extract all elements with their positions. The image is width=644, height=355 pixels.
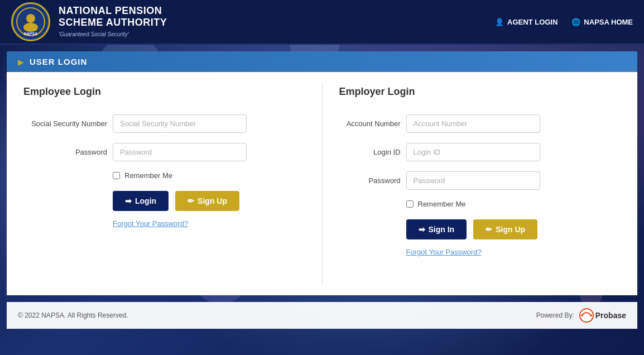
svg-point-6: [590, 314, 592, 316]
org-title-line2: SCHEME AUTHORITY: [59, 17, 167, 28]
probase-icon: [579, 308, 594, 323]
agent-login-link[interactable]: 👤 AGENT LOGIN: [495, 18, 558, 26]
ssn-label: Social Security Number: [23, 119, 107, 128]
header-left: NAPSA NATIONAL PENSION SCHEME AUTHORITY …: [11, 2, 167, 41]
employee-signup-button[interactable]: ✏ Sign Up: [175, 191, 239, 211]
header-right: 👤 AGENT LOGIN 🌐 NAPSA HOME: [495, 18, 633, 26]
login-id-input[interactable]: [406, 143, 540, 161]
employee-password-group: Password: [23, 143, 305, 161]
copyright: © 2022 NAPSA. All Rights Reserved.: [18, 311, 128, 319]
employer-password-label: Password: [339, 176, 401, 185]
ssn-input[interactable]: [113, 114, 247, 133]
svg-point-2: [23, 23, 38, 32]
employee-remember-label: Remember Me: [124, 171, 172, 180]
signin-label: Sign In: [429, 225, 455, 234]
signin-icon: ➡: [419, 225, 425, 234]
org-name: NATIONAL PENSION SCHEME AUTHORITY 'Guara…: [59, 5, 167, 39]
svg-point-5: [581, 314, 583, 316]
banner-title: USER LOGIN: [30, 57, 87, 66]
employer-signup-label: Sign Up: [496, 225, 525, 234]
employee-btn-group: ➡ Login ✏ Sign Up: [113, 191, 305, 211]
employer-remember-label: Remember Me: [418, 200, 466, 208]
employer-password-group: Password: [339, 171, 621, 190]
banner-icon: ▶: [18, 57, 24, 66]
main-content: Employee Login Social Security Number Pa…: [7, 72, 637, 295]
employer-password-input[interactable]: [406, 171, 540, 190]
employee-login-panel: Employee Login Social Security Number Pa…: [7, 72, 322, 295]
footer-right: Powered By: Probase: [536, 308, 626, 323]
org-title-line1: NATIONAL PENSION: [59, 5, 167, 17]
employer-forgot-password[interactable]: Forgot Your Password?: [406, 248, 621, 256]
login-id-group: Login ID: [339, 143, 621, 161]
agent-login-label: AGENT LOGIN: [507, 18, 558, 26]
employer-remember-checkbox[interactable]: [406, 200, 414, 208]
login-id-label: Login ID: [339, 148, 401, 156]
employee-forgot-password[interactable]: Forgot Your Password?: [113, 219, 305, 228]
napsa-home-label: NAPSA HOME: [584, 18, 633, 26]
napsa-home-link[interactable]: 🌐 NAPSA HOME: [571, 18, 633, 26]
footer: © 2022 NAPSA. All Rights Reserved. Power…: [7, 302, 637, 329]
powered-by-label: Powered By:: [536, 311, 574, 319]
probase-brand: Probase: [595, 311, 626, 320]
logo: NAPSA: [11, 2, 50, 41]
globe-icon: 🌐: [571, 18, 580, 26]
employee-remember-checkbox[interactable]: [113, 172, 120, 179]
employer-signin-button[interactable]: ➡ Sign In: [406, 219, 467, 239]
employee-password-label: Password: [23, 148, 107, 156]
agent-icon: 👤: [495, 18, 504, 26]
svg-text:NAPSA: NAPSA: [24, 32, 38, 36]
login-icon: ➡: [125, 196, 132, 205]
employee-login-button[interactable]: ➡ Login: [113, 191, 169, 211]
login-label: Login: [135, 196, 156, 205]
header: NAPSA NATIONAL PENSION SCHEME AUTHORITY …: [0, 0, 644, 45]
employee-password-input[interactable]: [113, 143, 247, 161]
employer-signup-icon: ✏: [486, 225, 492, 234]
signup-icon: ✏: [188, 196, 194, 205]
ssn-group: Social Security Number: [23, 114, 305, 133]
employee-remember-me-group: Remember Me: [113, 171, 305, 180]
org-tagline: 'Guaranteed Social Security': [59, 31, 129, 37]
account-number-group: Account Number: [339, 114, 621, 133]
employer-signup-button[interactable]: ✏ Sign Up: [473, 219, 537, 239]
user-login-banner: ▶ USER LOGIN: [7, 51, 637, 72]
employer-login-panel: Employer Login Account Number Login ID P…: [323, 72, 638, 295]
employee-panel-title: Employee Login: [23, 86, 305, 98]
logo-icon: NAPSA: [16, 7, 45, 36]
probase-logo: Probase: [579, 308, 626, 323]
employer-panel-title: Employer Login: [339, 86, 621, 98]
account-number-input[interactable]: [406, 114, 540, 133]
svg-point-1: [26, 14, 35, 23]
employer-btn-group: ➡ Sign In ✏ Sign Up: [406, 219, 621, 239]
panels-wrapper: Employee Login Social Security Number Pa…: [7, 72, 637, 295]
signup-label: Sign Up: [198, 196, 227, 205]
account-number-label: Account Number: [339, 119, 401, 128]
employer-remember-me-group: Remember Me: [406, 200, 621, 208]
